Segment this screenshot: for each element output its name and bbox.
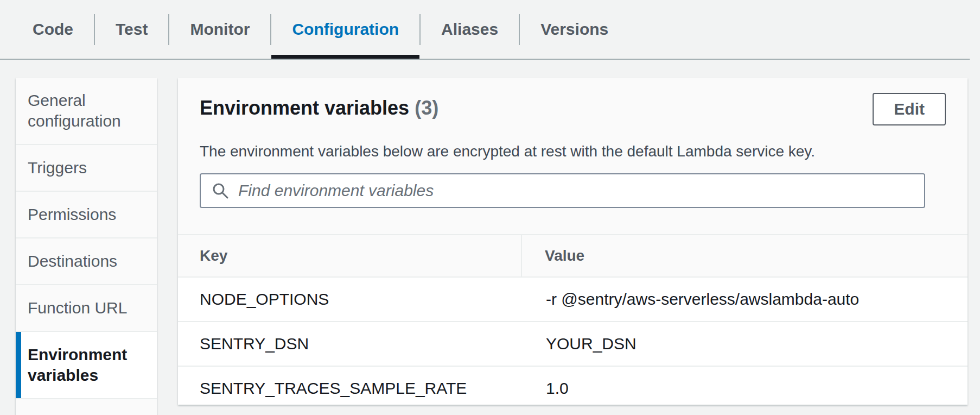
tab-configuration[interactable]: Configuration xyxy=(271,0,419,59)
env-var-value: 1.0 xyxy=(522,367,968,405)
search-input[interactable] xyxy=(237,181,913,200)
tab-versions[interactable]: Versions xyxy=(520,0,629,59)
search-box[interactable] xyxy=(200,173,925,208)
environment-variables-panel: Environment variables (3) Edit The envir… xyxy=(178,78,968,405)
table-row: SENTRY_DSN YOUR_DSN xyxy=(178,321,968,366)
tab-aliases[interactable]: Aliases xyxy=(421,0,519,59)
function-tab-bar: Code Test Monitor Configuration Aliases … xyxy=(0,0,970,60)
panel-header: Environment variables (3) Edit The envir… xyxy=(178,78,968,234)
configuration-content: General configuration Triggers Permissio… xyxy=(0,60,980,415)
edit-button[interactable]: Edit xyxy=(873,93,946,125)
table-row: SENTRY_TRACES_SAMPLE_RATE 1.0 xyxy=(178,366,968,405)
sidebar-item-permissions[interactable]: Permissions xyxy=(16,192,157,238)
search-icon xyxy=(212,182,229,199)
tab-monitor[interactable]: Monitor xyxy=(169,0,270,59)
env-var-key: NODE_OPTIONS xyxy=(178,278,522,321)
column-header-key: Key xyxy=(178,235,522,276)
table-header-row: Key Value xyxy=(178,234,968,278)
env-var-key: SENTRY_TRACES_SAMPLE_RATE xyxy=(178,367,522,405)
table-row: NODE_OPTIONS -r @sentry/aws-serverless/a… xyxy=(178,278,968,321)
page-title-text: Environment variables xyxy=(200,97,409,119)
tab-code[interactable]: Code xyxy=(12,0,94,59)
tab-test[interactable]: Test xyxy=(95,0,168,59)
configuration-sidebar: General configuration Triggers Permissio… xyxy=(16,78,157,415)
item-count: (3) xyxy=(415,97,438,119)
env-var-value: YOUR_DSN xyxy=(522,322,968,366)
sidebar-item-general-configuration[interactable]: General configuration xyxy=(16,78,157,145)
env-var-value: -r @sentry/aws-serverless/awslambda-auto xyxy=(522,278,968,321)
env-var-key: SENTRY_DSN xyxy=(178,322,522,366)
sidebar-item-tags[interactable]: Tags xyxy=(16,399,157,415)
sidebar-item-function-url[interactable]: Function URL xyxy=(16,285,157,332)
panel-description: The environment variables below are encr… xyxy=(200,142,946,161)
sidebar-item-environment-variables[interactable]: Environment variables xyxy=(16,332,157,399)
sidebar-item-destinations[interactable]: Destinations xyxy=(16,238,157,285)
page-title: Environment variables (3) xyxy=(200,96,438,120)
sidebar-item-triggers[interactable]: Triggers xyxy=(16,145,157,192)
column-header-value: Value xyxy=(522,235,968,276)
environment-variables-table: Key Value NODE_OPTIONS -r @sentry/aws-se… xyxy=(178,234,968,405)
